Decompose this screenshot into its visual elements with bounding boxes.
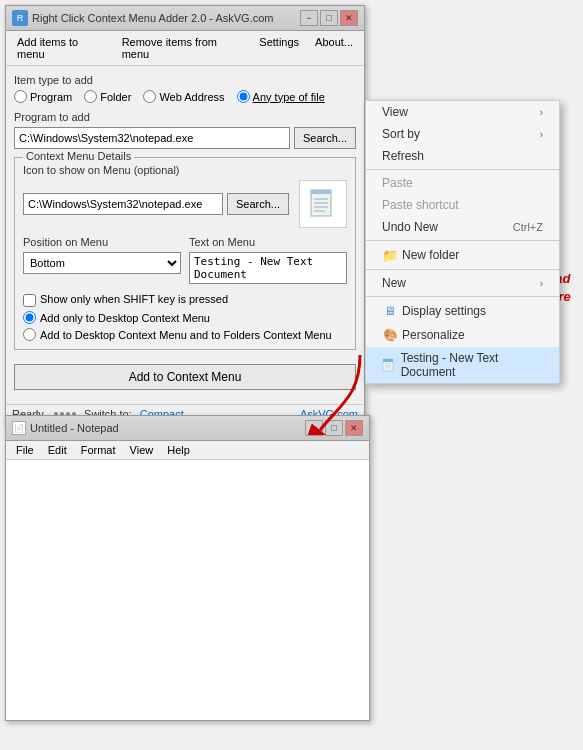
text-col: Text on Menu Testing - New Text Document — [189, 236, 347, 287]
notepad-menu-view[interactable]: View — [124, 443, 160, 457]
ctx-display-settings[interactable]: 🖥 Display settings — [366, 299, 559, 323]
radio-folder[interactable]: Folder — [84, 90, 131, 103]
notepad-text-area[interactable] — [6, 460, 369, 720]
notepad-menu-edit[interactable]: Edit — [42, 443, 73, 457]
notepad-title-left: 📄 Untitled - Notepad — [12, 421, 119, 435]
ctx-sort-by[interactable]: Sort by › — [366, 123, 559, 145]
context-menu: View › Sort by › Refresh Paste Paste sho… — [365, 100, 560, 384]
program-search-button[interactable]: Search... — [294, 127, 356, 149]
text-input[interactable]: Testing - New Text Document — [189, 252, 347, 284]
position-col: Position on Menu Bottom Top — [23, 236, 181, 287]
window-controls: − □ ✕ — [300, 10, 358, 26]
notepad-ctx-icon — [382, 357, 397, 373]
program-group: Program to add Search... — [14, 111, 356, 149]
ctx-new-arrow: › — [540, 278, 543, 289]
ctx-sep-1 — [366, 169, 559, 170]
notepad-textarea[interactable] — [6, 460, 369, 720]
icon-input[interactable] — [23, 193, 223, 215]
ctx-new-folder[interactable]: 📁 New folder — [366, 243, 559, 267]
ctx-personalize[interactable]: 🎨 Personalize — [366, 323, 559, 347]
text-label: Text on Menu — [189, 236, 347, 248]
item-type-radios: Program Folder Web Address Any type of f… — [14, 90, 356, 103]
title-bar: R Right Click Context Menu Adder 2.0 - A… — [6, 6, 364, 31]
radio-program[interactable]: Program — [14, 90, 72, 103]
menu-remove-items[interactable]: Remove items from menu — [115, 33, 251, 63]
personalize-icon: 🎨 — [382, 327, 398, 343]
position-text-row: Position on Menu Bottom Top Text on Menu… — [23, 236, 347, 287]
notepad-menu-file[interactable]: File — [10, 443, 40, 457]
radio-desktop-folders[interactable]: Add to Desktop Context Menu and to Folde… — [23, 328, 347, 341]
icon-label: Icon to show on Menu (optional) — [23, 164, 347, 176]
ctx-view[interactable]: View › — [366, 101, 559, 123]
ctx-undo-shortcut: Ctrl+Z — [513, 221, 543, 233]
radio-webaddress[interactable]: Web Address — [143, 90, 224, 103]
shift-checkbox-label[interactable]: Show only when SHIFT key is pressed — [23, 293, 347, 307]
notepad-menu-format[interactable]: Format — [75, 443, 122, 457]
item-type-label: Item type to add — [14, 74, 356, 86]
notepad-menu-bar: File Edit Format View Help — [6, 441, 369, 460]
menu-settings[interactable]: Settings — [252, 33, 306, 63]
program-row: Search... — [14, 127, 356, 149]
close-button[interactable]: ✕ — [340, 10, 358, 26]
notepad-title-text: Untitled - Notepad — [30, 422, 119, 434]
program-input[interactable] — [14, 127, 290, 149]
app-title: Right Click Context Menu Adder 2.0 - Ask… — [32, 12, 274, 24]
display-icon: 🖥 — [382, 303, 398, 319]
title-bar-left: R Right Click Context Menu Adder 2.0 - A… — [12, 10, 274, 26]
ctx-undo-new[interactable]: Undo New Ctrl+Z — [366, 216, 559, 238]
svg-rect-1 — [311, 190, 331, 194]
context-menu-details-group: Context Menu Details Icon to show on Men… — [14, 157, 356, 350]
program-label: Program to add — [14, 111, 356, 123]
context-menu-details-label: Context Menu Details — [23, 150, 134, 162]
ctx-refresh[interactable]: Refresh — [366, 145, 559, 167]
icon-search-button[interactable]: Search... — [227, 193, 289, 215]
app-content: Item type to add Program Folder Web Addr… — [6, 66, 364, 404]
ctx-view-arrow: › — [540, 107, 543, 118]
app-menu-bar: Add items to menu Remove items from menu… — [6, 31, 364, 66]
folder-icon: 📁 — [382, 247, 398, 263]
icon-preview — [299, 180, 347, 228]
app-icon: R — [12, 10, 28, 26]
ctx-sortby-arrow: › — [540, 129, 543, 140]
ctx-sep-4 — [366, 296, 559, 297]
minimize-button[interactable]: − — [300, 10, 318, 26]
item-type-group: Item type to add Program Folder Web Addr… — [14, 74, 356, 103]
position-label: Position on Menu — [23, 236, 181, 248]
ctx-testing-notepad[interactable]: Testing - New Text Document — [366, 347, 559, 383]
menu-about[interactable]: About... — [308, 33, 360, 63]
svg-rect-7 — [383, 359, 393, 362]
maximize-button[interactable]: □ — [320, 10, 338, 26]
icon-row: Search... — [23, 180, 347, 228]
position-select[interactable]: Bottom Top — [23, 252, 181, 274]
ctx-new[interactable]: New › — [366, 272, 559, 294]
ctx-paste: Paste — [366, 172, 559, 194]
radio-desktop-only[interactable]: Add only to Desktop Context Menu — [23, 311, 347, 324]
notepad-preview-icon — [307, 188, 339, 220]
radio-anytype[interactable]: Any type of file — [237, 90, 325, 103]
ctx-sep-3 — [366, 269, 559, 270]
notepad-menu-help[interactable]: Help — [161, 443, 196, 457]
notepad-window: 📄 Untitled - Notepad − □ ✕ File Edit For… — [5, 415, 370, 721]
notepad-app-icon: 📄 — [12, 421, 26, 435]
menu-add-items[interactable]: Add items to menu — [10, 33, 113, 63]
ctx-paste-shortcut: Paste shortcut — [366, 194, 559, 216]
shift-checkbox[interactable] — [23, 294, 36, 307]
ctx-sep-2 — [366, 240, 559, 241]
